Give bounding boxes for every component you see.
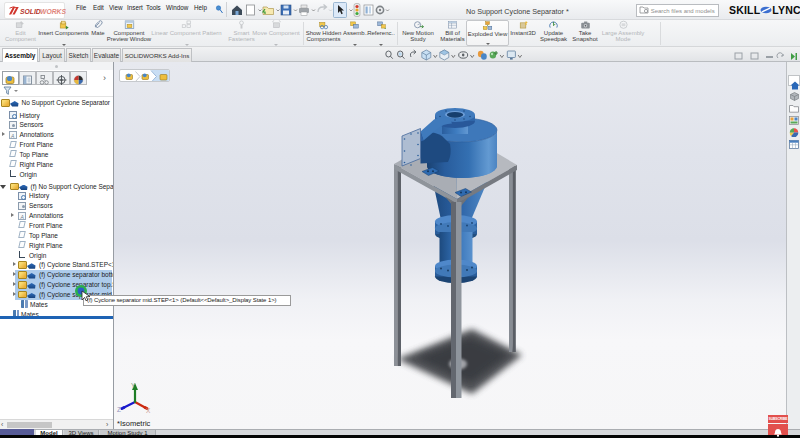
svg-text:X: X (146, 407, 151, 414)
svg-text:Y: Y (131, 382, 136, 389)
svg-text:Z: Z (117, 406, 121, 413)
